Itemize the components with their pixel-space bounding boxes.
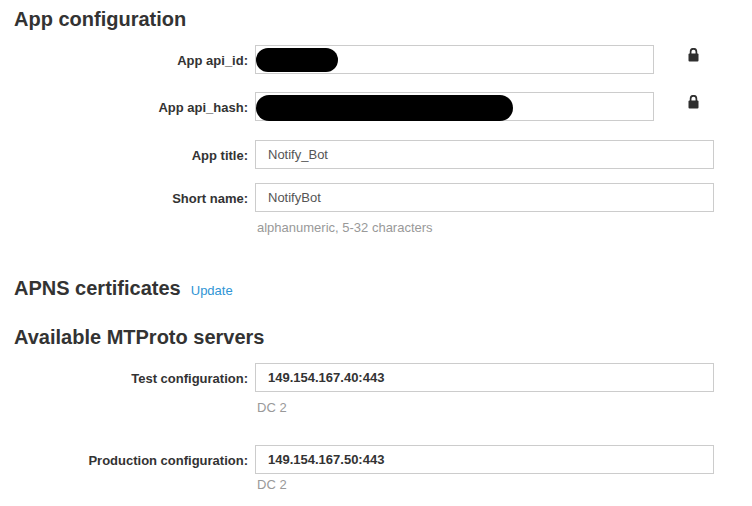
production-configuration-field-wrap [255,445,714,474]
api-id-field-wrap [255,45,654,74]
api-hash-input[interactable] [255,92,654,121]
production-configuration-row: Production configuration: [0,445,714,474]
short-name-row: Short name: [0,183,714,212]
app-title-field-wrap [255,140,714,169]
test-configuration-label: Test configuration: [0,363,248,386]
production-configuration-dc-hint: DC 2 [257,477,287,492]
api-id-row: App api_id: [0,45,699,74]
short-name-input[interactable] [255,183,714,212]
mtproto-servers-heading: Available MTProto servers [14,326,264,349]
lock-icon [688,95,699,109]
test-configuration-row: Test configuration: [0,363,714,392]
api-id-input[interactable] [255,45,654,74]
test-configuration-dc-hint: DC 2 [257,400,287,415]
apns-update-link[interactable]: Update [191,283,233,299]
apns-heading-row: APNS certificates Update [14,277,233,300]
apns-certificates-heading: APNS certificates [14,277,181,300]
api-hash-field-wrap [255,92,654,121]
app-title-input[interactable] [255,140,714,169]
api-hash-label: App api_hash: [0,92,248,115]
short-name-field-wrap [255,183,714,212]
production-configuration-label: Production configuration: [0,445,248,468]
api-hash-row: App api_hash: [0,92,699,121]
short-name-hint: alphanumeric, 5-32 characters [257,220,433,235]
test-configuration-field-wrap [255,363,714,392]
app-configuration-page: App configuration App api_id: App api_ha… [0,0,752,506]
app-configuration-heading: App configuration [14,8,186,31]
app-title-label: App title: [0,140,248,163]
lock-icon [688,48,699,62]
short-name-label: Short name: [0,183,248,206]
app-title-row: App title: [0,140,714,169]
test-configuration-input[interactable] [255,363,714,392]
api-id-label: App api_id: [0,45,248,68]
production-configuration-input[interactable] [255,445,714,474]
